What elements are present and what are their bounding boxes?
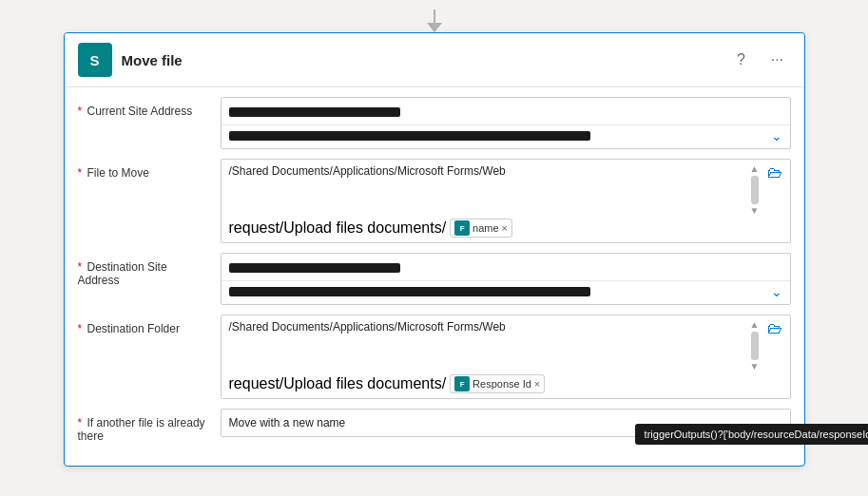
masked-value-1 <box>229 107 400 117</box>
card-header-actions: ? ··· <box>728 47 791 73</box>
destination-folder-control: /Shared Documents/Applications/Microsoft… <box>221 315 791 399</box>
dest-folder-scrollbar: ▲ ▼ <box>750 320 760 372</box>
card-icon: S <box>78 43 112 77</box>
name-token: F name × <box>450 219 512 238</box>
folder-browse-icon[interactable]: 🗁 <box>767 164 782 181</box>
current-site-address-label: * Current Site Address <box>78 97 221 118</box>
dest-scroll-down-icon[interactable]: ▼ <box>750 362 760 372</box>
destination-folder-input[interactable]: /Shared Documents/Applications/Microsoft… <box>221 315 791 399</box>
if-another-file-row: * If another file is already there Move … <box>78 409 791 443</box>
scroll-down-icon[interactable]: ▼ <box>750 206 760 216</box>
file-to-move-label: * File to Move <box>78 159 221 180</box>
scroll-thumb <box>751 176 759 204</box>
file-to-move-control: /Shared Documents/Applications/Microsoft… <box>221 159 791 243</box>
connector-arrow <box>427 10 442 32</box>
destination-folder-row: * Destination Folder /Shared Documents/A… <box>78 315 791 399</box>
chevron-down-icon[interactable]: ⌄ <box>771 128 782 143</box>
help-button[interactable]: ? <box>728 47 755 73</box>
masked-value-2 <box>229 131 590 141</box>
more-options-button[interactable]: ··· <box>764 47 791 73</box>
current-site-address-control: ⌄ <box>221 97 791 149</box>
current-site-address-row: * Current Site Address <box>78 97 791 149</box>
destination-folder-label: * Destination Folder <box>78 315 221 335</box>
file-to-move-input[interactable]: /Shared Documents/Applications/Microsoft… <box>221 159 791 243</box>
dest-token-icon: F <box>454 376 470 391</box>
destination-site-address-label: * Destination Site Address <box>78 253 221 287</box>
tooltip-box: triggerOutputs()?['body/resourceData/res… <box>635 424 868 445</box>
response-id-token: F Response Id × <box>450 374 545 393</box>
if-another-file-control: Move with a new name ⌄ triggerOutputs()?… <box>221 409 791 437</box>
page-wrapper: S Move file ? ··· * Current Site Address <box>54 10 815 467</box>
dest-token-close-icon[interactable]: × <box>534 378 540 390</box>
card-header: S Move file ? ··· <box>65 33 804 87</box>
card-body: * Current Site Address <box>65 87 804 466</box>
dest-path-prefix: request/Upload files documents/ <box>229 375 447 392</box>
file-to-move-row: * File to Move /Shared Documents/Applica… <box>78 159 791 243</box>
connector-line <box>434 10 435 23</box>
token-close-icon[interactable]: × <box>502 222 508 234</box>
dest-scroll-up-icon[interactable]: ▲ <box>750 320 760 330</box>
destination-site-address-row: * Destination Site Address <box>78 253 791 305</box>
dest-chevron-down-icon[interactable]: ⌄ <box>771 284 782 299</box>
dest-masked-value-1 <box>229 263 400 273</box>
current-site-address-select[interactable]: ⌄ <box>221 97 791 149</box>
destination-site-address-control: ⌄ <box>221 253 791 305</box>
destination-site-address-select[interactable]: ⌄ <box>221 253 791 305</box>
token-icon: F <box>454 220 470 236</box>
if-another-file-label: * If another file is already there <box>78 409 221 443</box>
card-title: Move file <box>122 52 728 68</box>
scroll-up-icon[interactable]: ▲ <box>750 164 760 174</box>
path-prefix: request/Upload files documents/ <box>229 219 447 237</box>
dest-folder-browse-icon[interactable]: 🗁 <box>767 320 782 337</box>
dest-masked-value-2 <box>229 287 590 296</box>
move-file-card: S Move file ? ··· * Current Site Address <box>64 32 805 467</box>
file-scrollbar: ▲ ▼ <box>750 164 760 216</box>
dest-scroll-thumb <box>751 332 759 360</box>
connector-chevron-icon <box>427 23 442 32</box>
